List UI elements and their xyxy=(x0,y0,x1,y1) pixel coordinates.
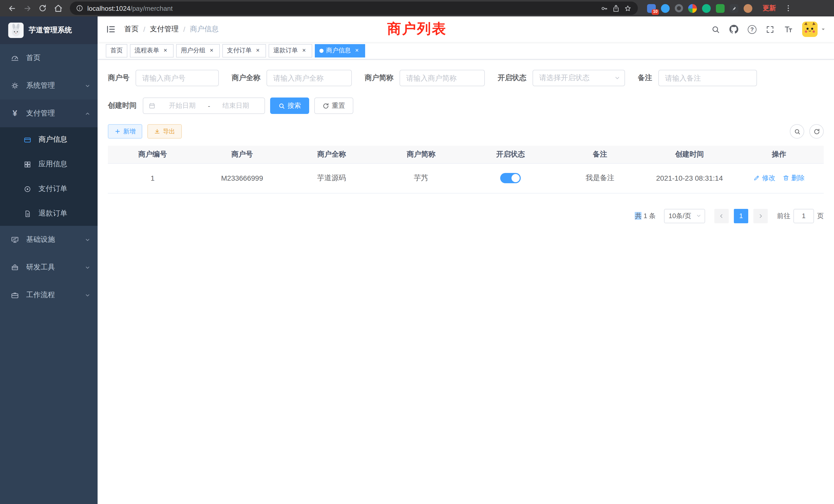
tab-close-icon[interactable]: × xyxy=(301,47,308,54)
sidebar-item-pay-order[interactable]: 支付订单 xyxy=(0,177,97,201)
sidebar-item-infrastructure[interactable]: 基础设施 xyxy=(0,226,97,254)
search-icon[interactable] xyxy=(711,25,720,33)
tab-close-icon[interactable]: × xyxy=(162,47,169,54)
column-header: 商户号 xyxy=(197,146,287,163)
create-time-label: 创建时间 xyxy=(108,101,137,110)
search-icon xyxy=(794,128,800,135)
credit-card-icon xyxy=(23,136,32,143)
extension-icon[interactable] xyxy=(661,4,670,13)
short-name-input[interactable] xyxy=(399,70,485,86)
chevron-up-icon xyxy=(85,111,90,116)
date-range-picker[interactable]: 开始日期 - 结束日期 xyxy=(143,97,265,114)
tab-refund-order[interactable]: 退款订单 × xyxy=(269,44,312,57)
extension-icon[interactable] xyxy=(716,4,725,13)
chevron-down-icon xyxy=(85,237,90,243)
tab-merchant-info[interactable]: 商户信息 × xyxy=(315,44,365,57)
navbar-actions: ? xyxy=(711,22,826,37)
share-icon[interactable] xyxy=(612,4,620,12)
profile-avatar-icon[interactable] xyxy=(744,4,752,13)
status-select[interactable]: 请选择开启状态 xyxy=(532,70,625,86)
sidebar-item-system[interactable]: 系统管理 xyxy=(0,72,97,99)
help-icon[interactable]: ? xyxy=(748,25,756,33)
tab-process-form[interactable]: 流程表单 × xyxy=(130,44,174,57)
page-number-button[interactable]: 1 xyxy=(734,209,748,223)
remark-input[interactable] xyxy=(658,70,757,86)
cell-full-name: 芋道源码 xyxy=(287,163,376,193)
page-size-select[interactable]: 10条/页 xyxy=(664,209,705,223)
main-area: 首页 / 支付管理 / 商户信息 ? xyxy=(97,17,834,504)
breadcrumb-home[interactable]: 首页 xyxy=(124,25,139,34)
add-button[interactable]: 新增 xyxy=(108,124,142,139)
tab-close-icon[interactable]: × xyxy=(254,47,261,54)
chevron-down-icon xyxy=(85,292,90,298)
goto-page-input[interactable] xyxy=(793,209,814,223)
start-date-placeholder: 开始日期 xyxy=(159,101,206,110)
full-name-input[interactable] xyxy=(266,70,352,86)
next-page-button[interactable] xyxy=(753,209,768,223)
column-header: 商户全称 xyxy=(287,146,376,163)
fullscreen-icon[interactable] xyxy=(766,25,774,33)
short-name-label: 商户简称 xyxy=(365,73,393,83)
delete-button[interactable]: 删除 xyxy=(783,174,805,183)
tab-home[interactable]: 首页 xyxy=(106,44,127,57)
browser-forward-icon[interactable] xyxy=(21,2,34,15)
sidebar-item-workflow[interactable]: 工作流程 xyxy=(0,281,97,309)
extension-icon[interactable]: 10 xyxy=(647,4,656,13)
cell-create-time: 2021-10-23 08:31:14 xyxy=(645,163,734,193)
chevron-right-icon xyxy=(758,213,764,219)
tabs-bar: 首页 流程表单 × 用户分组 × 支付订单 × 退款订单 × xyxy=(97,42,834,60)
tab-pay-order[interactable]: 支付订单 × xyxy=(222,44,266,57)
column-header: 操作 xyxy=(734,146,824,163)
browser-home-icon[interactable] xyxy=(51,2,65,15)
toggle-search-button[interactable] xyxy=(790,124,804,139)
extension-icon[interactable] xyxy=(688,4,697,13)
browser-menu-icon[interactable] xyxy=(782,4,793,12)
grid-icon xyxy=(23,160,32,168)
chevron-down-icon xyxy=(85,83,90,89)
tab-user-group[interactable]: 用户分组 × xyxy=(176,44,220,57)
sidebar-item-payment[interactable]: ¥ 支付管理 xyxy=(0,99,97,127)
tab-close-icon[interactable]: × xyxy=(208,47,215,54)
github-icon[interactable] xyxy=(729,25,739,34)
cell-remark: 我是备注 xyxy=(555,163,645,193)
browser-update-button[interactable]: 更新 xyxy=(759,4,780,13)
reset-button[interactable]: 重置 xyxy=(314,97,353,114)
font-size-icon[interactable] xyxy=(784,25,793,34)
browser-reload-icon[interactable] xyxy=(36,2,49,15)
sidebar-item-refund-order[interactable]: 退款订单 xyxy=(0,201,97,226)
prev-page-button[interactable] xyxy=(714,209,729,223)
sidebar-toggle-icon[interactable] xyxy=(106,24,116,35)
refresh-table-button[interactable] xyxy=(809,124,824,139)
address-bar[interactable]: localhost:1024/pay/merchant xyxy=(70,2,638,15)
search-button[interactable]: 搜索 xyxy=(270,97,309,114)
app-logo-row[interactable]: 芋道管理系统 xyxy=(0,17,97,44)
refresh-icon xyxy=(813,128,820,135)
export-button[interactable]: 导出 xyxy=(147,124,182,139)
sidebar-item-app-info[interactable]: 应用信息 xyxy=(0,152,97,177)
extension-icon[interactable] xyxy=(675,4,683,12)
password-key-icon[interactable] xyxy=(600,4,608,12)
status-switch[interactable] xyxy=(500,173,521,183)
toolbox-icon xyxy=(10,263,20,272)
column-header: 开启状态 xyxy=(466,146,555,163)
caret-down-icon xyxy=(821,27,826,32)
sidebar-item-dev-tools[interactable]: 研发工具 xyxy=(0,254,97,281)
browser-back-icon[interactable] xyxy=(5,2,19,15)
sidebar-item-merchant-info[interactable]: 商户信息 xyxy=(0,127,97,152)
merchant-no-input[interactable] xyxy=(136,70,219,86)
breadcrumb-payment[interactable]: 支付管理 xyxy=(150,25,179,34)
chevron-down-icon xyxy=(85,265,90,270)
avatar-image xyxy=(802,22,817,37)
sidebar-item-home[interactable]: 首页 xyxy=(0,44,97,72)
edit-button[interactable]: 修改 xyxy=(753,174,775,183)
tab-close-icon[interactable]: × xyxy=(353,47,360,54)
bookmark-star-icon[interactable] xyxy=(624,4,632,12)
extension-icon[interactable] xyxy=(702,4,711,13)
app-logo xyxy=(8,23,24,38)
end-date-placeholder: 结束日期 xyxy=(212,101,259,110)
pinned-extension-icon[interactable] xyxy=(730,4,739,13)
user-avatar[interactable] xyxy=(802,22,826,37)
browser-toolbar: localhost:1024/pay/merchant 10 xyxy=(0,0,834,17)
site-info-icon[interactable] xyxy=(76,5,83,12)
annotation-text: 商户列表 xyxy=(387,20,447,38)
